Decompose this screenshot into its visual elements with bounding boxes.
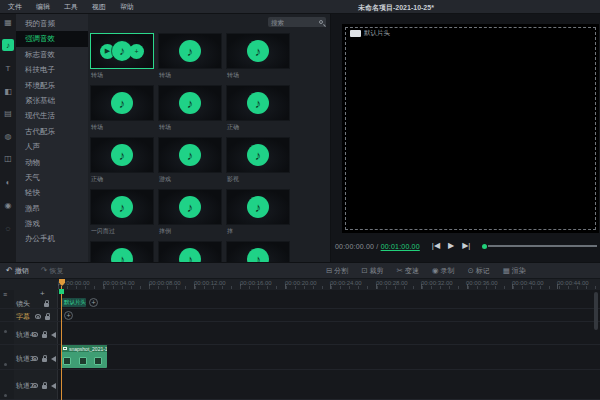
element-icon[interactable]: ◍ xyxy=(2,130,14,142)
audio-thumbnail: ♪ xyxy=(226,241,290,262)
audio-item[interactable]: ♪正确 xyxy=(226,85,290,137)
render-button[interactable]: ▦渲染 xyxy=(503,266,526,276)
speaker-icon[interactable] xyxy=(51,383,56,389)
sidebar-item[interactable]: 轻快 xyxy=(16,185,88,200)
search-input[interactable] xyxy=(271,19,319,26)
audio-item[interactable]: ♪ xyxy=(226,241,290,262)
menu-edit[interactable]: 编辑 xyxy=(36,2,50,12)
text-icon[interactable]: T xyxy=(2,62,14,74)
track-row-4[interactable]: 轨道4 xyxy=(0,322,600,345)
duration-value[interactable]: 00:01:00.00 xyxy=(381,243,420,250)
audio-item[interactable]: ♪影视 xyxy=(226,137,290,189)
lock-icon[interactable] xyxy=(42,334,47,338)
seek-slider[interactable] xyxy=(482,244,597,249)
audio-item[interactable]: ♪转场 xyxy=(90,85,154,137)
sidebar-item[interactable]: 现代生活 xyxy=(16,108,88,123)
sidebar-item[interactable]: 紧张基础 xyxy=(16,93,88,108)
search-box[interactable] xyxy=(268,17,326,27)
sidebar-item[interactable]: 环境配乐 xyxy=(16,78,88,93)
seek-track[interactable] xyxy=(488,245,597,247)
next-frame-icon[interactable]: ▶| xyxy=(462,242,470,250)
sidebar-item[interactable]: 游戏 xyxy=(16,216,88,231)
sidebar-item[interactable]: 天气 xyxy=(16,170,88,185)
track-row-2[interactable]: 轨道2 xyxy=(0,370,600,400)
speed-button[interactable]: ✂变速 xyxy=(397,266,419,276)
split-screen-icon[interactable]: ◫ xyxy=(2,152,14,164)
audio-item-selected[interactable]: ▶ ♪ + 转场 xyxy=(90,33,154,85)
crop-button[interactable]: ⊡裁剪 xyxy=(361,266,383,276)
audio-icon[interactable]: ♪ xyxy=(2,39,14,51)
playhead-line[interactable] xyxy=(61,286,62,400)
audio-item[interactable]: ♪ xyxy=(90,241,154,262)
eye-icon[interactable] xyxy=(32,356,38,361)
marker-icon: ⊙ xyxy=(467,266,473,275)
clip-option-box[interactable] xyxy=(94,357,102,365)
eye-icon[interactable] xyxy=(35,314,41,319)
split-button[interactable]: ⊟分割 xyxy=(326,266,348,276)
prev-frame-icon[interactable]: |◀ xyxy=(432,242,440,250)
media-clip[interactable]: snapshot_2021-1 xyxy=(61,345,107,368)
music-note-icon: ♪ xyxy=(179,144,201,166)
audio-item[interactable]: ♪游戏 xyxy=(158,137,222,189)
record-icon[interactable]: ◉ xyxy=(2,199,14,211)
music-note-icon: ♪ xyxy=(111,92,133,114)
record-button[interactable]: ◉录制 xyxy=(432,266,455,276)
sidebar-item[interactable]: 激昂 xyxy=(16,201,88,216)
sidebar-item[interactable]: 办公手机 xyxy=(16,231,88,246)
ruler-label: 00:00:12.00 xyxy=(194,280,226,286)
track-row-subtitle[interactable]: 字幕 xyxy=(0,309,600,322)
sidebar-item-my-audio[interactable]: 我的音频 xyxy=(16,16,88,31)
lock-icon[interactable] xyxy=(44,303,49,307)
audio-item[interactable]: ♪摔 xyxy=(226,189,290,241)
audio-item[interactable]: ♪转场 xyxy=(158,85,222,137)
menu-file[interactable]: 文件 xyxy=(8,2,22,12)
more-icon[interactable]: ◌ xyxy=(2,222,14,234)
sidebar-item[interactable]: 科技电子 xyxy=(16,62,88,77)
clip-option-box[interactable] xyxy=(63,357,71,365)
clip-option-box[interactable] xyxy=(79,357,87,365)
clip-tag-label: 默认片头 xyxy=(364,29,390,38)
title-clip[interactable]: 默认片头 xyxy=(62,298,86,307)
add-clip-icon[interactable]: + xyxy=(89,298,98,307)
speaker-icon[interactable] xyxy=(51,332,56,338)
audio-item[interactable]: ♪转场 xyxy=(158,33,222,85)
audio-thumbnail: ♪ xyxy=(226,137,290,173)
speaker-icon[interactable] xyxy=(51,356,56,362)
time-ruler[interactable]: 00:00:00.00 00:00:04.00 00:00:08.00 00:0… xyxy=(0,278,600,290)
sidebar-item-selected[interactable]: 强调音效 xyxy=(16,31,88,46)
lock-icon[interactable] xyxy=(45,316,50,320)
audio-item[interactable]: ♪正确 xyxy=(90,137,154,189)
marker-button[interactable]: ⊙标记 xyxy=(467,266,489,276)
play-icon[interactable]: ▶ xyxy=(448,242,454,250)
undo-button[interactable]: ↶撤销 xyxy=(6,266,29,276)
sidebar-item[interactable]: 古代配乐 xyxy=(16,124,88,139)
audio-item[interactable]: ♪转场 xyxy=(226,33,290,85)
ruler-label: 00:00:28.00 xyxy=(376,280,408,286)
speed-icon: ✂ xyxy=(397,266,403,275)
stock-icon[interactable]: ◐ xyxy=(2,176,14,188)
audio-item[interactable]: ♪一闪而过 xyxy=(90,189,154,241)
redo-button[interactable]: ↷恢复 xyxy=(41,266,64,276)
sidebar-item[interactable]: 标志音效 xyxy=(16,47,88,62)
media-icon[interactable]: ▦ xyxy=(2,16,14,28)
timeline-scrollbar[interactable] xyxy=(594,292,598,330)
selection-dashed-border xyxy=(345,27,596,230)
menu-tools[interactable]: 工具 xyxy=(64,2,78,12)
add-subtitle-icon[interactable]: + xyxy=(64,311,73,320)
audio-item[interactable]: ♪ xyxy=(158,241,222,262)
audio-item[interactable]: ♪摔倒 xyxy=(158,189,222,241)
seek-handle[interactable] xyxy=(482,244,487,249)
sidebar-item[interactable]: 人声 xyxy=(16,139,88,154)
menu-view[interactable]: 视图 xyxy=(92,2,106,12)
menu-help[interactable]: 帮助 xyxy=(120,2,134,12)
lock-icon[interactable] xyxy=(42,358,47,362)
add-icon[interactable]: + xyxy=(129,44,144,59)
transition-icon[interactable]: ◧ xyxy=(2,85,14,97)
music-note-icon: ♪ xyxy=(111,248,133,262)
lock-icon[interactable] xyxy=(42,385,47,389)
effect-icon[interactable]: ▤ xyxy=(2,107,14,119)
playhead-top-marker xyxy=(59,289,64,294)
eye-icon[interactable] xyxy=(32,383,38,388)
eye-icon[interactable] xyxy=(32,332,38,337)
sidebar-item[interactable]: 动物 xyxy=(16,155,88,170)
